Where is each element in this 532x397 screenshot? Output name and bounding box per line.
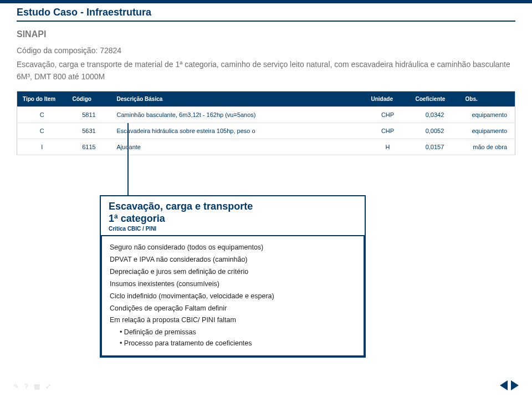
- th-desc: Descrição Básica: [111, 91, 366, 106]
- th-codigo: Código: [67, 91, 111, 106]
- callout-body: Seguro não considerado (todos os equipam…: [101, 235, 365, 357]
- cell-tipo: C: [17, 123, 67, 139]
- cell-codigo: 5631: [67, 123, 111, 139]
- sinapi-subtitle: SINAPI: [0, 22, 532, 44]
- table-row: C 5811 Caminhão basculante, 6m3,12t - 16…: [17, 106, 515, 123]
- callout-bullet-list: Seguro não considerado (todos os equipam…: [110, 242, 356, 327]
- bullet-item: Ciclo indefinido (movimentação, velocida…: [110, 291, 356, 303]
- cell-coef: 0,0052: [410, 123, 460, 139]
- callout-title-line2: 1ª categoria: [109, 213, 357, 225]
- cell-codigo: 6115: [67, 139, 111, 155]
- sub-bullet-item: Definição de premissas: [120, 327, 356, 338]
- bullet-item: Seguro não considerado (todos os equipam…: [110, 242, 356, 254]
- callout-leader-line: [127, 123, 129, 195]
- expand-icon[interactable]: ⤢: [45, 383, 51, 390]
- composition-description: Escavação, carga e transporte de materia…: [0, 55, 532, 83]
- prev-arrow-icon[interactable]: [500, 380, 508, 390]
- bullet-item: Condições de operação Faltam definir: [110, 303, 356, 315]
- table-row: I 6115 Ajudante H 0,0157 mão de obra: [17, 139, 515, 155]
- page-title: Estudo Caso - Infraestrutura: [0, 3, 532, 19]
- pencil-icon[interactable]: ✎: [13, 383, 19, 390]
- bullet-item: Em relação à proposta CBIC/ PINI faltam: [110, 314, 356, 327]
- cell-obs: equipamento: [460, 106, 515, 123]
- table-row: C 5631 Escavadeira hidráulica sobre este…: [17, 123, 515, 139]
- cell-tipo: I: [17, 139, 67, 155]
- callout-subtitle: Crítica CBIC / PINI: [109, 226, 357, 232]
- composition-code: Código da composição: 72824: [0, 44, 532, 55]
- cell-obs: equipamento: [460, 123, 515, 139]
- composition-table: Tipo do Item Código Descrição Básica Uni…: [17, 91, 515, 155]
- th-obs: Obs.: [460, 91, 515, 106]
- cell-desc: Ajudante: [111, 139, 366, 155]
- cell-desc: Escavadeira hidráulica sobre esteira 105…: [111, 123, 366, 139]
- th-coef: Coeficiente: [410, 91, 460, 106]
- callout-box: Escavação, carga e transporte 1ª categor…: [100, 195, 366, 358]
- bullet-item: Insumos inexistentes (consumíveis): [110, 278, 356, 291]
- callout-title-line1: Escavação, carga e transporte: [109, 201, 357, 213]
- nav-arrows: [500, 380, 519, 390]
- help-icon[interactable]: ?: [24, 383, 28, 390]
- callout-sub-list: Definição de premissas Processo para tra…: [110, 327, 356, 349]
- cell-desc: Caminhão basculante, 6m3,12t - 162hp (vu…: [111, 106, 366, 123]
- cell-unidade: CHP: [366, 123, 410, 139]
- cell-coef: 0,0157: [410, 139, 460, 155]
- sub-bullet-item: Processo para tratamento de coeficientes: [120, 338, 356, 349]
- th-tipo: Tipo do Item: [17, 91, 67, 106]
- cell-obs: mão de obra: [460, 139, 515, 155]
- next-arrow-icon[interactable]: [511, 380, 519, 390]
- cell-tipo: C: [17, 106, 67, 123]
- bullet-item: DPVAT e IPVA não considerados (caminhão): [110, 254, 356, 266]
- cell-codigo: 5811: [67, 106, 111, 123]
- bullet-item: Depreciação e juros sem definição de cri…: [110, 266, 356, 278]
- th-unidade: Unidade: [366, 91, 410, 106]
- cell-unidade: CHP: [366, 106, 410, 123]
- table-header-row: Tipo do Item Código Descrição Básica Uni…: [17, 91, 515, 106]
- cell-unidade: H: [366, 139, 410, 155]
- grid-icon[interactable]: ▦: [34, 383, 40, 390]
- cell-coef: 0,0342: [410, 106, 460, 123]
- bottom-toolbar: ✎ ? ▦ ⤢: [13, 383, 51, 390]
